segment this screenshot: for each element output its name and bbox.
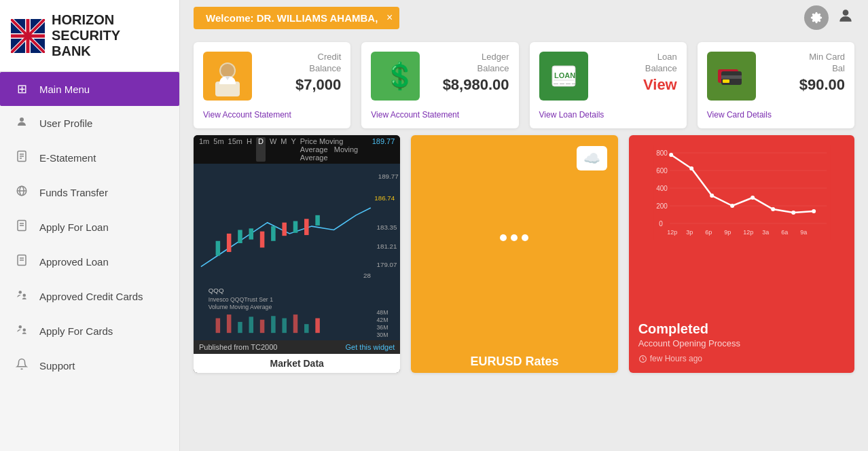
bell-icon bbox=[14, 358, 30, 374]
sidebar-nav: ⊞ Main Menu User Profile E-Statement Fun… bbox=[0, 72, 179, 451]
svg-point-31 bbox=[221, 64, 234, 77]
svg-text:9p: 9p bbox=[724, 229, 731, 236]
tf-15m[interactable]: 15m bbox=[228, 137, 242, 162]
sidebar-item-user-profile[interactable]: User Profile bbox=[0, 106, 179, 141]
settings-gear-button[interactable] bbox=[804, 5, 829, 30]
svg-rect-65 bbox=[260, 320, 265, 333]
svg-text:600: 600 bbox=[656, 167, 668, 175]
dashboard-cards-row: CreditBalance $7,000 View Account Statem… bbox=[180, 35, 868, 135]
sidebar-item-support[interactable]: Support bbox=[0, 348, 179, 383]
sidebar-item-e-statement[interactable]: E-Statement bbox=[0, 141, 179, 175]
svg-text:400: 400 bbox=[656, 185, 668, 192]
tf-d[interactable]: D bbox=[256, 137, 266, 162]
ledger-balance-info: LedgerBalance $8,980.00 bbox=[427, 52, 509, 94]
svg-text:9a: 9a bbox=[800, 229, 807, 236]
svg-text:181.21: 181.21 bbox=[377, 242, 397, 250]
svg-text:0: 0 bbox=[659, 220, 663, 228]
view-card-details-link[interactable]: View Card Details bbox=[707, 110, 772, 120]
completed-time: few Hours ago bbox=[638, 354, 845, 363]
ledger-balance-value: $8,980.00 bbox=[443, 76, 509, 94]
credit-balance-card: CreditBalance $7,000 View Account Statem… bbox=[194, 42, 350, 128]
svg-rect-54 bbox=[293, 221, 298, 233]
tf-5m[interactable]: 5m bbox=[213, 137, 223, 162]
view-account-statement-link-1[interactable]: View Account Statement bbox=[203, 110, 291, 120]
svg-text:QQQ: QQQ bbox=[209, 287, 224, 294]
loan-balance-value: View bbox=[643, 76, 677, 94]
min-card-bal-value: $90.00 bbox=[799, 76, 845, 94]
loan-balance-card: LOAN — — — — LoanBalance View View Loan … bbox=[530, 42, 687, 128]
market-data-card: 1m 5m 15m H D W M Y Price Moving Average… bbox=[194, 135, 400, 373]
min-card-bal-card: Min CardBal $90.00 View Card Details bbox=[698, 42, 854, 128]
svg-rect-69 bbox=[304, 324, 309, 333]
svg-point-86 bbox=[669, 153, 673, 157]
tf-h[interactable]: H bbox=[247, 137, 252, 162]
eurusd-title: EURUSD Rates bbox=[470, 346, 558, 373]
svg-rect-51 bbox=[260, 232, 265, 248]
loan-balance-label: LoanBalance bbox=[645, 52, 677, 75]
lower-row: 1m 5m 15m H D W M Y Price Moving Average… bbox=[180, 135, 868, 380]
user-icon bbox=[14, 115, 30, 131]
svg-text:800: 800 bbox=[656, 149, 668, 157]
svg-text:189.77: 189.77 bbox=[378, 173, 399, 180]
svg-rect-55 bbox=[304, 219, 309, 235]
svg-text:💲: 💲 bbox=[384, 60, 412, 92]
approved-cards-icon bbox=[14, 289, 30, 304]
sidebar-item-funds-transfer[interactable]: Funds Transfer bbox=[0, 175, 179, 210]
sidebar-item-apply-for-cards[interactable]: Apply For Cards bbox=[0, 314, 179, 348]
sidebar-item-label: Support bbox=[39, 360, 75, 372]
sidebar-item-label: Approved Credit Cards bbox=[39, 291, 143, 302]
svg-rect-47 bbox=[216, 241, 221, 256]
sidebar-item-label: Apply For Cards bbox=[39, 325, 113, 337]
svg-text:12p: 12p bbox=[667, 229, 677, 236]
close-banner-button[interactable]: × bbox=[386, 12, 393, 24]
globe-icon bbox=[14, 185, 30, 200]
svg-point-9 bbox=[20, 118, 24, 122]
welcome-banner: Welcome: DR. WILLIAMS AHAMBA, × bbox=[194, 7, 399, 29]
get-widget-link[interactable]: Get this widget bbox=[346, 343, 395, 351]
tf-w[interactable]: W bbox=[270, 137, 276, 162]
svg-rect-61 bbox=[216, 319, 221, 333]
dot-2 bbox=[511, 234, 518, 241]
ledger-balance-img: 💲 bbox=[371, 52, 420, 101]
svg-text:179.07: 179.07 bbox=[377, 261, 397, 268]
svg-text:3p: 3p bbox=[686, 229, 693, 236]
sidebar-item-approved-loan[interactable]: Approved Loan bbox=[0, 245, 179, 279]
svg-text:42M: 42M bbox=[377, 317, 388, 323]
dot-1 bbox=[500, 234, 507, 241]
svg-rect-53 bbox=[282, 223, 287, 236]
dot-3 bbox=[522, 234, 528, 241]
svg-text:Volume Moving Average: Volume Moving Average bbox=[209, 304, 272, 311]
svg-rect-62 bbox=[227, 314, 232, 333]
min-card-bal-label: Min CardBal bbox=[809, 52, 845, 75]
sidebar-item-label: Apply For Loan bbox=[39, 221, 109, 233]
user-profile-icon[interactable] bbox=[837, 7, 854, 29]
loan-balance-img: LOAN — — — — bbox=[539, 52, 588, 101]
svg-rect-49 bbox=[238, 230, 242, 244]
svg-text:3a: 3a bbox=[762, 229, 769, 236]
svg-text:186.74: 186.74 bbox=[374, 194, 395, 202]
view-account-statement-link-2[interactable]: View Account Statement bbox=[371, 110, 459, 120]
svg-rect-48 bbox=[227, 234, 232, 252]
welcome-text: Welcome: DR. WILLIAMS AHAMBA, bbox=[206, 12, 378, 24]
grid-icon: ⊞ bbox=[14, 82, 30, 96]
svg-text:Invesco QQQTrust Ser 1: Invesco QQQTrust Ser 1 bbox=[209, 296, 273, 303]
market-bottom: Published from TC2000 Get this widget bbox=[194, 340, 400, 354]
svg-point-90 bbox=[751, 196, 755, 200]
view-loan-details-link[interactable]: View Loan Details bbox=[539, 110, 604, 120]
tf-1m[interactable]: 1m bbox=[199, 137, 209, 162]
document-icon bbox=[14, 150, 30, 166]
credit-balance-img bbox=[203, 52, 252, 101]
sidebar-item-label: Main Menu bbox=[39, 84, 90, 95]
tf-m[interactable]: M bbox=[281, 137, 287, 162]
completed-card: 800 600 400 200 0 bbox=[629, 135, 854, 373]
brand-name: HORIZON SECURITY BANK bbox=[52, 12, 120, 59]
svg-text:6p: 6p bbox=[705, 229, 712, 236]
sidebar-item-approved-credit-cards[interactable]: Approved Credit Cards bbox=[0, 279, 179, 314]
tf-y[interactable]: Y bbox=[291, 137, 295, 162]
sidebar-item-label: E-Statement bbox=[39, 152, 96, 164]
sidebar-item-apply-for-loan[interactable]: Apply For Loan bbox=[0, 210, 179, 245]
ledger-balance-label: LedgerBalance bbox=[477, 52, 509, 75]
svg-rect-39 bbox=[721, 75, 742, 79]
cloud-icon: ☁️ bbox=[577, 146, 607, 170]
sidebar-item-main-menu[interactable]: ⊞ Main Menu bbox=[0, 72, 179, 106]
